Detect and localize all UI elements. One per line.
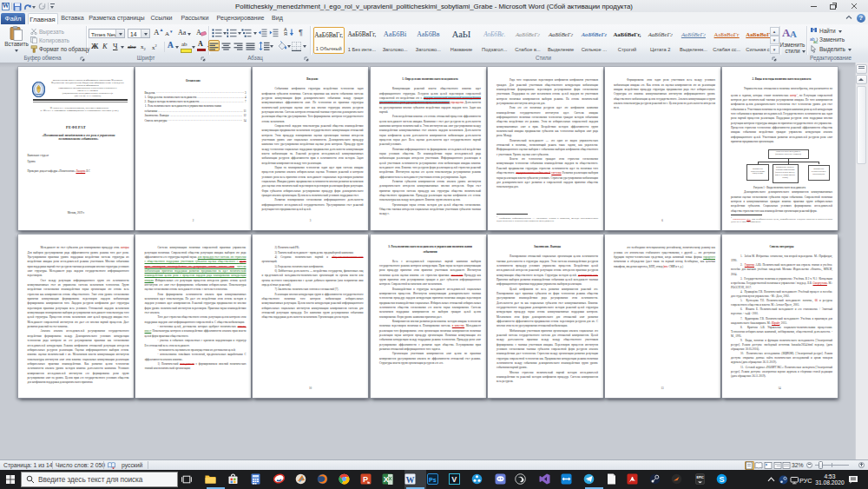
- svg-text:P: P: [363, 475, 368, 484]
- svg-text:W: W: [405, 475, 414, 485]
- svg-text:EPIC: EPIC: [696, 476, 704, 479]
- svg-text:Ps: Ps: [429, 477, 437, 483]
- svg-text:V: V: [451, 475, 457, 484]
- svg-text:X: X: [383, 475, 388, 484]
- svg-text:S: S: [719, 475, 724, 484]
